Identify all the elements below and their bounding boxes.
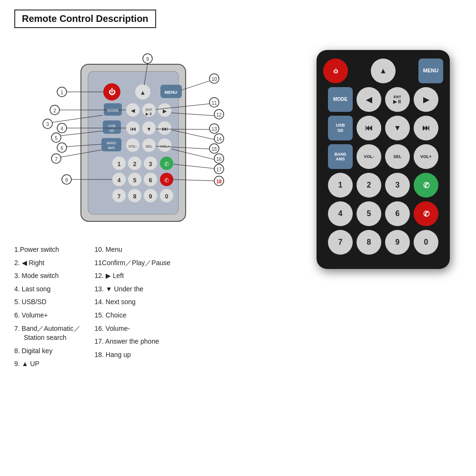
page: Remote Control Description ⏻ ▲ xyxy=(0,0,476,476)
svg-text:✆: ✆ xyxy=(164,177,169,184)
svg-text:15: 15 xyxy=(211,147,217,152)
desc-col-left: 1.Power switch 2. ◀ Right 3. Mode switch… xyxy=(14,245,80,369)
desc-item-8: 8. Digital key xyxy=(14,347,80,356)
remote-6-btn[interactable]: 6 xyxy=(385,201,410,226)
svg-text:▼: ▼ xyxy=(147,126,152,132)
desc-item-6: 6. Volume+ xyxy=(14,311,80,320)
svg-text:SD: SD xyxy=(109,129,115,133)
remote-row-6: 4 5 6 ✆ xyxy=(323,201,443,226)
remote-usbsd-btn[interactable]: USBSD xyxy=(328,116,353,140)
remote-menu-btn[interactable]: MENU xyxy=(418,59,443,83)
svg-text:▶⏸: ▶⏸ xyxy=(146,112,152,116)
desc-item-1: 1.Power switch xyxy=(14,245,80,255)
svg-text:⏭: ⏭ xyxy=(162,125,168,132)
remote-row-1: ⏻ ▲ MENU xyxy=(323,59,443,83)
desc-item-11: 11Confirm／Play／Pause xyxy=(95,258,171,268)
remote-2-btn[interactable]: 2 xyxy=(357,173,381,198)
svg-text:17: 17 xyxy=(216,167,222,172)
remote-mode-btn[interactable]: MODE xyxy=(328,87,353,112)
svg-text:3: 3 xyxy=(149,161,152,168)
svg-text:2: 2 xyxy=(133,161,137,168)
diagram-svg: ⏻ ▲ MENU MODE ◀ ENT ▶⏸ ▶ xyxy=(14,36,262,236)
remote-7-btn[interactable]: 7 xyxy=(328,230,353,255)
svg-text:7: 7 xyxy=(55,157,58,162)
svg-text:SEL: SEL xyxy=(145,144,153,149)
remote-row-4: BANDAMS VOL- SEL VOL+ xyxy=(323,144,443,169)
remote-body: ⏻ ▲ MENU MODE ◀ ENT▶⏸ ▶ USBS xyxy=(317,50,450,269)
remote-prev-btn[interactable]: ⏮ xyxy=(357,116,381,140)
svg-text:9: 9 xyxy=(146,57,149,62)
remote-left-btn[interactable]: ◀ xyxy=(357,87,381,112)
svg-text:5: 5 xyxy=(55,136,58,141)
remote-up-btn[interactable]: ▲ xyxy=(371,59,396,83)
remote-down-btn[interactable]: ▼ xyxy=(385,116,410,140)
desc-item-2: 2. ◀ Right xyxy=(14,258,80,268)
remote-5-btn[interactable]: 5 xyxy=(357,201,381,226)
desc-item-17: 17. Answer the phone xyxy=(95,337,171,347)
svg-text:VOL-: VOL- xyxy=(129,144,138,149)
svg-text:MENU: MENU xyxy=(165,90,178,95)
svg-text:3: 3 xyxy=(46,122,49,127)
remote-4-btn[interactable]: 4 xyxy=(328,201,353,226)
svg-text:8: 8 xyxy=(65,178,68,183)
svg-text:16: 16 xyxy=(216,157,222,162)
svg-text:BAND: BAND xyxy=(107,141,116,145)
remote-volplus-btn[interactable]: VOL+ xyxy=(414,144,438,169)
remote-sel-btn[interactable]: SEL xyxy=(385,144,410,169)
svg-text:2: 2 xyxy=(53,108,56,113)
remote-answer-btn[interactable]: ✆ xyxy=(414,173,438,198)
desc-item-3: 3. Mode switch xyxy=(14,271,80,281)
svg-text:4: 4 xyxy=(60,126,63,131)
main-content: ⏻ ▲ MENU MODE ◀ ENT ▶⏸ ▶ xyxy=(14,36,462,466)
svg-text:1: 1 xyxy=(60,90,63,95)
desc-item-7-sub: Station search xyxy=(14,333,80,343)
remote-visual: ⏻ ▲ MENU MODE ◀ ENT▶⏸ ▶ USBS xyxy=(305,36,462,466)
desc-item-14: 14. Next song xyxy=(95,298,171,307)
svg-text:8: 8 xyxy=(133,193,137,200)
svg-text:10: 10 xyxy=(211,77,217,82)
svg-text:18: 18 xyxy=(216,179,222,184)
description-section: 1.Power switch 2. ◀ Right 3. Mode switch… xyxy=(14,245,295,369)
desc-item-5: 5. USB/SD xyxy=(14,298,80,307)
svg-text:ENT: ENT xyxy=(146,108,153,111)
desc-col-right: 10. Menu 11Confirm／Play／Pause 12. ▶ Left… xyxy=(95,245,171,369)
svg-text:▲: ▲ xyxy=(140,89,146,96)
remote-3-btn[interactable]: 3 xyxy=(385,173,410,198)
svg-text:6: 6 xyxy=(60,146,63,151)
remote-row-3: USBSD ⏮ ▼ ⏭ xyxy=(323,116,443,140)
svg-text:4: 4 xyxy=(118,177,121,184)
svg-text:▶: ▶ xyxy=(163,108,167,114)
remote-row-2: MODE ◀ ENT▶⏸ ▶ xyxy=(323,87,443,112)
svg-text:USB: USB xyxy=(108,124,115,128)
svg-text:11: 11 xyxy=(211,100,217,106)
desc-item-12: 12. ▶ Left xyxy=(95,271,171,281)
title-box: Remote Control Description xyxy=(14,10,156,28)
desc-item-16: 16. Volume- xyxy=(95,324,171,334)
remote-band-btn[interactable]: BANDAMS xyxy=(328,144,353,169)
remote-9-btn[interactable]: 9 xyxy=(385,230,410,255)
remote-ent-btn[interactable]: ENT▶⏸ xyxy=(385,87,410,112)
remote-row-5: 1 2 3 ✆ xyxy=(323,173,443,198)
page-title: Remote Control Description xyxy=(22,13,149,24)
svg-text:✆: ✆ xyxy=(164,161,169,168)
svg-text:13: 13 xyxy=(211,127,217,132)
svg-text:14: 14 xyxy=(216,137,222,142)
desc-item-4: 4. Last song xyxy=(14,285,80,294)
remote-right-btn[interactable]: ▶ xyxy=(414,87,438,112)
remote-power-btn[interactable]: ⏻ xyxy=(323,59,348,83)
remote-0-btn[interactable]: 0 xyxy=(414,230,438,255)
left-section: ⏻ ▲ MENU MODE ◀ ENT ▶⏸ ▶ xyxy=(14,36,295,466)
desc-item-9: 9. ▲ UP xyxy=(14,359,80,369)
desc-item-18: 18. Hang up xyxy=(95,350,171,360)
svg-text:1: 1 xyxy=(118,161,121,168)
desc-item-15: 15. Choice xyxy=(95,311,171,320)
remote-row-7: 7 8 9 0 xyxy=(323,230,443,255)
svg-text:5: 5 xyxy=(133,177,137,184)
desc-item-7: 7. Band／Automatic／Station search xyxy=(14,324,80,343)
desc-item-10: 10. Menu xyxy=(95,245,171,255)
remote-1-btn[interactable]: 1 xyxy=(328,173,353,198)
remote-8-btn[interactable]: 8 xyxy=(357,230,381,255)
remote-volminus-btn[interactable]: VOL- xyxy=(357,144,381,169)
remote-hangup-btn[interactable]: ✆ xyxy=(414,201,438,226)
remote-next-btn[interactable]: ⏭ xyxy=(414,116,438,140)
